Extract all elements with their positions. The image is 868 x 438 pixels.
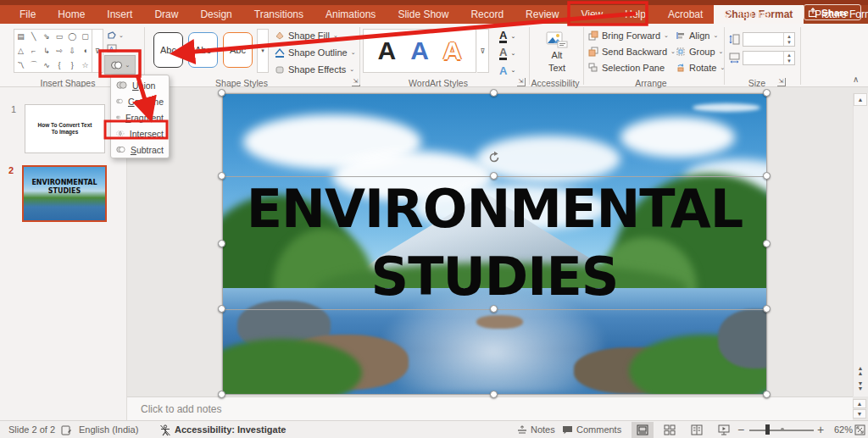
shape-width-input[interactable]: ▲▼ [743, 51, 795, 65]
display-settings-icon[interactable] [61, 425, 72, 435]
shape-style-preset-1[interactable]: Abc [153, 32, 183, 68]
shape-icon-9[interactable]: ⇨ [53, 44, 66, 58]
wordart-gallery[interactable]: A A A [363, 29, 476, 73]
textbox-handle-sw[interactable] [218, 305, 225, 313]
wordart-style-1[interactable]: A [377, 38, 396, 64]
resize-handle-sw[interactable] [218, 391, 225, 398]
resize-handle-n[interactable] [490, 89, 498, 97]
menu-item-union[interactable]: Union [111, 77, 169, 93]
vertical-scrollbar[interactable] [853, 93, 868, 396]
shape-style-preset-3[interactable]: Abc [223, 32, 253, 68]
send-backward-button[interactable]: Send Backward⌄ [588, 47, 676, 57]
resize-handle-ne[interactable] [763, 89, 771, 97]
shape-icon-13[interactable]: ⌒ [27, 58, 40, 72]
tab-record[interactable]: Record [459, 5, 515, 24]
language-indicator[interactable]: English (India) [79, 424, 138, 435]
shape-height-input[interactable]: ▲▼ [743, 32, 795, 47]
text-effects-button[interactable]: A ⌄ [499, 64, 525, 77]
selection-pane-button[interactable]: Selection Pane [588, 63, 665, 73]
shape-icon-6[interactable]: △ [14, 44, 27, 58]
notes-scroll-down[interactable]: ▼ [853, 409, 866, 419]
shape-icon-7[interactable]: ⌐ [27, 44, 40, 58]
slide-thumbnail-1[interactable]: How To Convert Text To Images [25, 104, 105, 153]
shape-icon-5[interactable]: ▢ [79, 30, 92, 44]
shape-icon-1[interactable]: ╲ [27, 30, 40, 44]
textbox-handle-s[interactable] [490, 305, 498, 313]
wordart-dialog-launcher[interactable]: ⇲ [517, 78, 526, 86]
tab-review[interactable]: Review [515, 5, 570, 24]
tab-insert[interactable]: Insert [96, 5, 143, 24]
notes-pane[interactable]: Click to add notes ▲ ▼ [127, 396, 853, 420]
shape-icon-3[interactable]: ▭ [53, 30, 66, 44]
shape-icon-8[interactable]: ↳ [40, 44, 53, 58]
tab-transitions[interactable]: Transitions [243, 5, 314, 24]
slide-title-line1[interactable]: ENVIRONMENTAL [222, 183, 767, 236]
slide-thumbnail-2-selected[interactable]: ENVIRONMENTAL STUDIES [22, 165, 107, 222]
resize-handle-w[interactable] [218, 240, 225, 247]
merge-shapes-button[interactable]: ⌄ [104, 55, 136, 75]
tab-home[interactable]: Home [47, 5, 96, 24]
menu-item-subtract[interactable]: Subtract [111, 141, 169, 158]
height-step-down[interactable]: ▼ [787, 40, 792, 45]
zoom-slider-thumb[interactable] [765, 424, 770, 435]
text-outline-button[interactable]: A ⌄ [499, 47, 525, 60]
tab-slide-show[interactable]: Slide Show [387, 5, 459, 24]
slide-sorter-view-button[interactable] [659, 422, 681, 438]
normal-view-button[interactable] [632, 422, 654, 438]
notes-placeholder[interactable]: Click to add notes [141, 403, 221, 415]
tab-animations[interactable]: Animations [314, 5, 387, 24]
resize-handle-e[interactable] [763, 240, 771, 247]
group-button[interactable]: Group⌄ [676, 47, 723, 57]
tab-draw[interactable]: Draw [143, 5, 189, 24]
shape-styles-gallery-scroll[interactable]: ▾ [257, 29, 269, 73]
width-step-up[interactable]: ▲ [787, 53, 792, 58]
textbox-handle-se[interactable] [763, 305, 771, 313]
fit-to-window-icon[interactable] [854, 424, 865, 435]
shape-icon-14[interactable]: ∿ [40, 58, 53, 72]
rotate-handle[interactable] [487, 151, 501, 164]
accessibility-status[interactable]: Accessibility: Investigate [175, 424, 286, 435]
shape-icon-11[interactable]: ◖ [79, 44, 92, 58]
shape-icon-12[interactable]: 〽 [14, 58, 27, 72]
tab-acrobat[interactable]: Acrobat [657, 5, 714, 24]
tab-help[interactable]: Help [614, 5, 657, 24]
shape-effects-button[interactable]: Shape Effects⌄ [275, 64, 354, 75]
menu-item-combine[interactable]: Combine [111, 93, 169, 109]
share-button[interactable]: Share ⌄ [804, 4, 861, 20]
bring-forward-button[interactable]: Bring Forward⌄ [588, 30, 669, 41]
shape-icon-4[interactable]: ◯ [66, 30, 79, 44]
reading-view-button[interactable] [686, 422, 708, 438]
wordart-gallery-more-button[interactable]: ⊽ [477, 29, 489, 73]
text-box-button[interactable]: A [107, 43, 117, 53]
tab-design[interactable]: Design [189, 5, 242, 24]
resize-handle-s[interactable] [490, 391, 498, 398]
shape-icon-2[interactable]: ⇘ [40, 30, 53, 44]
resize-handle-se[interactable] [763, 391, 771, 398]
size-dialog-launcher[interactable]: ⇲ [777, 78, 786, 86]
wordart-style-2[interactable]: A [410, 38, 429, 64]
next-slide-button[interactable]: ▼▼ [854, 380, 867, 392]
shape-outline-button[interactable]: Shape Outline⌄ [275, 47, 356, 58]
alt-text-button[interactable]: Alt Text [535, 30, 579, 75]
height-step-up[interactable]: ▲ [787, 34, 792, 39]
wordart-style-3[interactable]: A [443, 38, 462, 64]
menu-item-intersect[interactable]: Intersect [111, 125, 169, 141]
scroll-up-button[interactable]: ▲ [854, 93, 867, 106]
shape-icon-10[interactable]: ⇩ [66, 44, 79, 58]
zoom-level[interactable]: 62% [834, 424, 853, 435]
tab-file[interactable]: File [8, 5, 47, 24]
shape-style-preset-2[interactable]: Abc [188, 32, 218, 68]
width-step-down[interactable]: ▼ [787, 58, 792, 64]
slide-background-picture[interactable] [222, 93, 767, 395]
slideshow-view-button[interactable] [713, 422, 735, 438]
shape-gallery[interactable]: ▤ ╲ ⇘ ▭ ◯ ▢ △ ⌐ ↳ ⇨ ⇩ ◖ 〽 ⌒ ∿ { } ☆ [14, 29, 92, 73]
zoom-in-button[interactable]: + [817, 423, 824, 436]
text-fill-button[interactable]: A ⌄ [499, 30, 525, 43]
textbox-handle-nw[interactable] [218, 172, 225, 180]
slide-title-line2[interactable]: STUDIES [222, 251, 767, 303]
resize-handle-nw[interactable] [218, 89, 225, 97]
shape-icon-16[interactable]: } [66, 58, 79, 72]
menu-item-fragment[interactable]: Fragment [111, 109, 169, 125]
align-button[interactable]: Align⌄ [676, 30, 718, 41]
shape-fill-button[interactable]: Shape Fill⌄ [275, 30, 338, 41]
